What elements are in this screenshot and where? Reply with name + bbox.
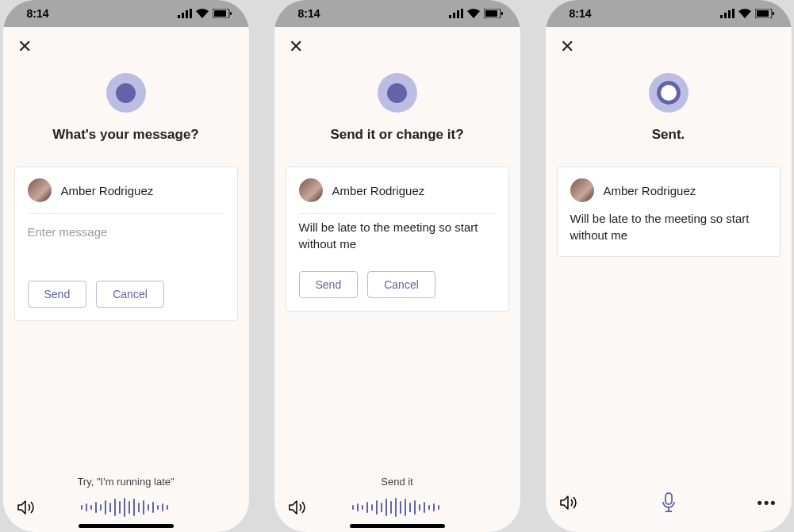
- svg-rect-6: [230, 12, 232, 15]
- recipient-row: Amber Rodriguez: [299, 178, 496, 214]
- svg-rect-5: [214, 10, 226, 17]
- close-bar: ✕: [274, 27, 520, 55]
- send-button[interactable]: Send: [28, 281, 87, 308]
- close-icon[interactable]: ✕: [289, 38, 303, 55]
- cortana-avatar: [106, 73, 146, 113]
- speaker-icon[interactable]: [289, 500, 306, 515]
- action-row: Send Cancel: [28, 281, 224, 308]
- message-card: Amber Rodriguez Will be late to the meet…: [557, 166, 781, 257]
- recipient-name: Amber Rodriguez: [332, 184, 425, 197]
- svg-rect-2: [186, 10, 188, 18]
- waveform-icon: [274, 497, 520, 518]
- svg-rect-27: [453, 13, 455, 18]
- avatar: [570, 178, 594, 202]
- close-icon[interactable]: ✕: [560, 38, 574, 55]
- signal-icon: [178, 9, 192, 18]
- status-bar: 8:14: [274, 0, 520, 27]
- bottom-bar: Send it: [274, 476, 520, 532]
- svg-rect-0: [178, 15, 180, 18]
- message-body[interactable]: Will be late to the meeting so start wit…: [299, 214, 496, 252]
- status-time: 8:14: [570, 7, 592, 20]
- assistant-prompt: Sent.: [652, 127, 685, 143]
- wifi-icon: [738, 9, 751, 18]
- assistant-prompt: What's your message?: [52, 127, 199, 143]
- cortana-avatar: [378, 73, 417, 113]
- cortana-inner-listening: [387, 83, 407, 103]
- home-indicator[interactable]: [350, 524, 445, 528]
- close-bar: ✕: [546, 27, 792, 55]
- recipient-row: Amber Rodriguez: [28, 178, 224, 214]
- phone-screen-2: 8:14 ✕ Send it or change it? Amber Rodri…: [274, 0, 520, 532]
- home-indicator[interactable]: [79, 524, 174, 528]
- assistant-prompt: Send it or change it?: [330, 127, 463, 143]
- status-icons: [178, 9, 232, 18]
- message-body: Will be late to the meeting so start wit…: [570, 210, 767, 243]
- svg-rect-58: [773, 12, 774, 15]
- speaker-icon[interactable]: [17, 500, 35, 515]
- phone-screen-1: 8:14 ✕ What's your message? Amber Rodrig…: [3, 0, 249, 532]
- status-bar: 8:14: [546, 0, 792, 27]
- svg-rect-29: [461, 9, 463, 18]
- svg-rect-53: [724, 13, 727, 18]
- svg-rect-57: [757, 10, 769, 17]
- message-input[interactable]: Enter message: [28, 214, 224, 262]
- cortana-avatar: [649, 73, 689, 113]
- recipient-row: Amber Rodriguez: [570, 178, 767, 210]
- svg-rect-55: [732, 9, 735, 18]
- battery-icon: [213, 9, 232, 18]
- battery-icon: [755, 9, 774, 18]
- signal-icon: [720, 9, 735, 18]
- waveform-icon: [3, 497, 249, 518]
- close-bar: ✕: [3, 27, 249, 55]
- cortana-inner-listening: [116, 83, 136, 103]
- svg-rect-54: [728, 10, 731, 18]
- status-bar: 8:14: [3, 0, 249, 27]
- cancel-button[interactable]: Cancel: [367, 271, 435, 298]
- recipient-name: Amber Rodriguez: [604, 184, 696, 197]
- hero: Send it or change it?: [274, 55, 520, 143]
- svg-rect-32: [501, 12, 503, 15]
- avatar: [28, 178, 52, 202]
- svg-rect-26: [449, 15, 451, 18]
- recipient-name: Amber Rodriguez: [61, 184, 154, 197]
- hero: Sent.: [546, 55, 792, 143]
- bottom-bar: Try, "I'm running late": [3, 476, 249, 532]
- svg-rect-3: [190, 9, 192, 18]
- battery-icon: [484, 9, 503, 18]
- close-icon[interactable]: ✕: [17, 38, 32, 55]
- status-time: 8:14: [298, 7, 320, 20]
- svg-rect-28: [457, 10, 459, 18]
- svg-rect-31: [485, 10, 497, 17]
- mic-icon[interactable]: [546, 492, 792, 513]
- status-icons: [449, 9, 503, 18]
- message-card: Amber Rodriguez Enter message Send Cance…: [14, 166, 238, 321]
- status-time: 8:14: [27, 7, 49, 20]
- cancel-button[interactable]: Cancel: [96, 281, 164, 308]
- phone-screen-3: 8:14 ✕ Sent. Amber Rodriguez Will be lat…: [546, 0, 792, 532]
- status-icons: [720, 9, 774, 18]
- cortana-inner-idle: [657, 81, 681, 105]
- svg-rect-52: [720, 15, 723, 18]
- voice-hint: Send it: [274, 476, 520, 488]
- hero: What's your message?: [3, 55, 249, 143]
- action-row: Send Cancel: [299, 271, 496, 298]
- signal-icon: [449, 9, 463, 18]
- message-card: Amber Rodriguez Will be late to the meet…: [286, 166, 509, 312]
- bottom-bar: •••: [546, 491, 792, 532]
- svg-rect-59: [666, 493, 672, 504]
- wifi-icon: [196, 9, 209, 18]
- svg-rect-1: [182, 13, 184, 18]
- send-button[interactable]: Send: [299, 271, 359, 298]
- wifi-icon: [467, 9, 480, 18]
- voice-hint: Try, "I'm running late": [3, 476, 249, 488]
- avatar: [299, 178, 323, 202]
